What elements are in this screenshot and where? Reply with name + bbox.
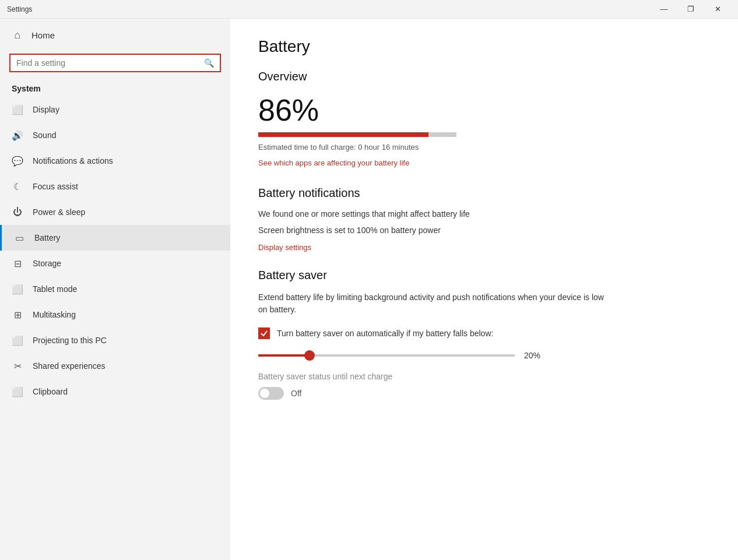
toggle-knob	[260, 389, 269, 398]
sound-icon: 🔊	[12, 129, 23, 141]
power-icon: ⏻	[12, 206, 23, 218]
battery-saver-desc: Extend battery life by limiting backgrou…	[258, 291, 608, 316]
sidebar-item-tablet[interactable]: ⬜ Tablet mode	[0, 276, 230, 302]
search-box: 🔍	[9, 54, 221, 72]
battery-bar	[258, 132, 456, 137]
sidebar-item-label: Focus assist	[33, 182, 78, 191]
sidebar-item-display[interactable]: ⬜ Display	[0, 97, 230, 122]
toggle-label: Off	[291, 389, 301, 398]
sidebar-item-label: Sound	[33, 131, 56, 140]
battery-saver-toggle[interactable]	[258, 387, 284, 400]
notifications-title: Battery notifications	[258, 186, 710, 200]
sidebar-item-label: Storage	[33, 259, 61, 268]
estimated-time: Estimated time to full charge: 0 hour 16…	[258, 143, 710, 152]
search-icon[interactable]: 🔍	[204, 58, 214, 68]
notification-text-2: Screen brightness is set to 100% on batt…	[258, 226, 710, 235]
overview-section: Overview 86% Estimated time to full char…	[258, 70, 710, 168]
slider-value: 20%	[524, 351, 547, 360]
battery-notifications-section: Battery notifications We found one or mo…	[258, 186, 710, 252]
shared-icon: ✂	[12, 360, 23, 372]
display-settings-link[interactable]: Display settings	[258, 243, 311, 252]
projecting-icon: ⬜	[12, 334, 23, 346]
home-icon: ⌂	[12, 29, 23, 41]
content-area: Battery Overview 86% Estimated time to f…	[230, 19, 738, 560]
battery-slider-track[interactable]	[258, 354, 515, 357]
notifications-icon: 💬	[12, 155, 23, 167]
sidebar-item-label: Multitasking	[33, 310, 76, 319]
sidebar-item-focus[interactable]: ☾ Focus assist	[0, 174, 230, 199]
sidebar-item-label: Notifications & actions	[33, 156, 113, 165]
sidebar-item-multitasking[interactable]: ⊞ Multitasking	[0, 302, 230, 327]
sidebar-item-label: Battery	[34, 233, 60, 242]
sidebar-item-label: Projecting to this PC	[33, 336, 107, 345]
sidebar: ⌂ Home 🔍 System ⬜ Display 🔊 Sound 💬 Noti…	[0, 19, 230, 560]
overview-title: Overview	[258, 70, 710, 83]
sidebar-section-label: System	[0, 79, 230, 97]
focus-icon: ☾	[12, 181, 23, 192]
tablet-icon: ⬜	[12, 283, 23, 295]
battery-saver-slider-row: 20%	[258, 351, 710, 360]
display-icon: ⬜	[12, 104, 23, 115]
sidebar-item-label: Shared experiences	[33, 361, 106, 371]
titlebar: Settings — ❐ ✕	[0, 0, 738, 19]
restore-button[interactable]: ❐	[677, 0, 704, 19]
multitasking-icon: ⊞	[12, 309, 23, 320]
sidebar-item-label: Power & sleep	[33, 207, 85, 217]
storage-icon: ⊟	[12, 258, 23, 269]
sidebar-item-notifications[interactable]: 💬 Notifications & actions	[0, 148, 230, 174]
slider-thumb[interactable]	[304, 350, 315, 361]
sidebar-item-label: Tablet mode	[33, 284, 77, 294]
battery-icon: ▭	[13, 232, 25, 244]
checkmark-icon	[260, 329, 268, 337]
sidebar-item-battery[interactable]: ▭ Battery	[0, 225, 230, 251]
sidebar-item-power[interactable]: ⏻ Power & sleep	[0, 199, 230, 225]
battery-saver-title: Battery saver	[258, 269, 710, 282]
sidebar-item-clipboard[interactable]: ⬜ Clipboard	[0, 379, 230, 404]
auto-saver-checkbox[interactable]	[258, 327, 270, 339]
close-button[interactable]: ✕	[704, 0, 731, 19]
sidebar-item-sound[interactable]: 🔊 Sound	[0, 122, 230, 148]
search-input[interactable]	[16, 58, 199, 68]
sidebar-item-storage[interactable]: ⊟ Storage	[0, 251, 230, 276]
sidebar-item-label: Clipboard	[33, 387, 68, 396]
window-controls: — ❐ ✕	[651, 0, 731, 19]
battery-saver-status-label: Battery saver status until next charge	[258, 372, 710, 381]
battery-bar-fill	[258, 132, 428, 137]
auto-saver-row: Turn battery saver on automatically if m…	[258, 327, 710, 339]
minimize-button[interactable]: —	[651, 0, 677, 19]
main-layout: ⌂ Home 🔍 System ⬜ Display 🔊 Sound 💬 Noti…	[0, 19, 738, 560]
sidebar-item-label: Display	[33, 105, 59, 114]
battery-life-link[interactable]: See which apps are affecting your batter…	[258, 159, 409, 167]
slider-fill	[258, 354, 310, 357]
battery-saver-section: Battery saver Extend battery life by lim…	[258, 269, 710, 400]
search-box-container: 🔍	[0, 51, 230, 79]
page-title: Battery	[258, 37, 710, 56]
app-title: Settings	[7, 5, 32, 13]
battery-saver-toggle-row: Off	[258, 387, 710, 400]
sidebar-item-projecting[interactable]: ⬜ Projecting to this PC	[0, 327, 230, 353]
auto-saver-label: Turn battery saver on automatically if m…	[277, 329, 493, 338]
clipboard-icon: ⬜	[12, 386, 23, 397]
battery-percent: 86%	[258, 93, 710, 128]
notification-text-1: We found one or more settings that might…	[258, 209, 710, 219]
sidebar-item-shared[interactable]: ✂ Shared experiences	[0, 353, 230, 379]
sidebar-item-home[interactable]: ⌂ Home	[0, 19, 230, 51]
home-label: Home	[31, 30, 55, 40]
